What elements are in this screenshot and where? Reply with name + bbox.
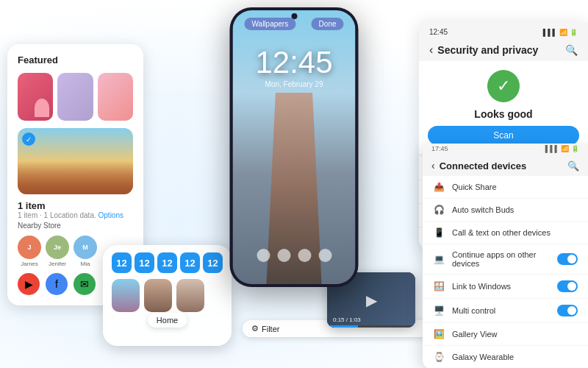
nearby-store: Nearby Store [18,222,133,230]
signal-icon: ▌▌▌ [543,29,557,36]
lock-icon-4 [318,249,331,262]
looks-good-text: Looks good [428,108,579,120]
avatar-mia[interactable]: M [74,236,97,259]
wallpaper-thumb-red[interactable] [18,73,53,121]
num-badge-1[interactable]: 12 [112,252,132,273]
galaxy-wearable-label: Galaxy Wearable [452,353,578,361]
connected-devices-panel: 17:45 ▌▌▌ 📶 🔋 ‹ Connected devices 🔍 📤 Qu… [423,144,588,368]
status-indicators: ▌▌▌ 📶 🔋 [543,29,578,36]
number-badges: 12 12 12 12 12 [112,252,223,273]
calltext-label: Call & text on other devices [452,228,578,237]
avatar-jenifer[interactable]: Je [46,236,69,259]
wifi-icon: 📶 [559,29,567,36]
cd-time-bar: 17:45 ▌▌▌ 📶 🔋 [423,144,588,154]
avatar-group: J James [18,236,41,267]
gallery-view-icon: 🖼️ [433,329,445,339]
continueapps-label: Continue apps on other devices [452,250,550,268]
cd-item-link-windows[interactable]: 🪟 Link to Windows [423,275,588,299]
avatar-group-jenifer: Je Jenifer [46,236,69,267]
phone-shell: Wallpapers Done 12:45 Mon, February 29 [230,7,359,287]
num-badge-3[interactable]: 12 [157,252,177,273]
wallpaper-grid [18,73,133,121]
app-icon-messages[interactable]: ✉ [74,273,96,295]
featured-label: Featured [18,54,133,66]
continueapps-toggle[interactable] [557,253,578,265]
center-phone: Wallpapers Done 12:45 Mon, February 29 [230,7,359,287]
gallery-view-label: Gallery View [452,330,578,339]
face-thumb-3[interactable] [176,279,204,312]
back-arrow-icon[interactable]: ‹ [429,43,433,57]
quickshare-label: Quick Share [452,183,578,191]
face-thumb-2[interactable] [144,279,172,312]
cd-back-icon[interactable]: ‹ [431,160,435,171]
wallpapers-tag[interactable]: Wallpapers [245,18,296,30]
link-windows-icon: 🪟 [433,281,445,291]
autoswitch-icon: 🎧 [433,205,445,215]
wallpaper-thumb-pink[interactable] [98,73,133,121]
lock-icon-3 [298,249,311,262]
battery-icon: 🔋 [570,29,578,36]
clock-display: 12:45 [233,47,356,78]
num-badge-4[interactable]: 12 [180,252,200,273]
settings-search-icon[interactable]: 🔍 [565,44,578,56]
options-link[interactable]: Options [98,211,123,219]
multicontrol-label: Multi control [452,306,550,315]
calltext-icon: 📱 [433,227,445,238]
settings-title-row: ‹ Security and privacy 🔍 [419,40,588,61]
galaxy-wearable-icon: ⌚ [433,352,445,362]
cd-item-quickshare[interactable]: 📤 Quick Share [423,176,588,199]
autoswitch-label: Auto switch Buds [452,205,578,214]
settings-panel-title: Security and privacy [437,44,561,56]
cd-item-calltext[interactable]: 📱 Call & text on other devices [423,222,588,244]
avatar-name-jenifer: Jenifer [46,261,69,267]
num-badge-5[interactable]: 12 [203,252,223,273]
shield-icon: ✓ [487,70,520,102]
cd-items-list: 📤 Quick Share 🎧 Auto switch Buds 📱 Call … [423,176,588,368]
lock-screen-time: 12:45 Mon, February 29 [233,47,356,88]
phone-wallpaper: Wallpapers Done 12:45 Mon, February 29 [233,10,356,284]
multicontrol-icon: 🖥️ [433,305,445,316]
home-button[interactable]: Home [148,313,187,328]
face-thumbnails [112,279,223,312]
settings-time: 12:45 [429,28,448,36]
cd-item-galaxy-wearable[interactable]: ⌚ Galaxy Wearable [423,346,588,368]
link-windows-toggle[interactable] [557,280,578,292]
wallpaper-header: Wallpapers Done [233,18,356,30]
filter-icon: ⚙ [251,324,259,333]
lock-icon-1 [257,249,270,262]
date-display: Mon, February 29 [233,80,356,88]
selection-check: ✓ [22,132,35,146]
avatar-name-james: James [18,261,41,267]
avatar-james[interactable]: J [18,236,41,259]
cd-item-continueapps[interactable]: 💻 Continue apps on other devices [423,244,588,275]
num-badge-2[interactable]: 12 [135,252,154,273]
face-thumb-1[interactable] [112,279,140,312]
cd-search-icon[interactable]: 🔍 [567,160,579,171]
lock-icons [233,249,356,262]
app-icon-google[interactable]: ▶ [18,273,40,295]
gallery-bottom-panel: 12 12 12 12 12 Home [103,245,232,346]
app-icon-facebook[interactable]: f [46,273,68,295]
video-progress-bar [327,325,415,328]
cd-status-icons: ▌▌▌ 📶 🔋 [545,145,579,152]
multicontrol-toggle[interactable] [557,305,578,316]
done-button[interactable]: Done [312,18,344,30]
photo-card-selected[interactable]: ✓ [18,128,133,194]
continueapps-icon: 💻 [433,254,445,264]
link-windows-label: Link to Windows [452,282,550,291]
cd-header: ‹ Connected devices 🔍 [423,154,588,176]
item-count: 1 item [18,200,133,211]
wallpaper-thumb-purple[interactable] [57,73,93,121]
play-icon: ▶ [366,291,377,309]
filter-label: Filter [262,325,279,333]
quickshare-icon: 📤 [433,182,445,192]
phone-screen: Wallpapers Done 12:45 Mon, February 29 [233,10,356,284]
cd-item-multicontrol[interactable]: 🖥️ Multi control [423,299,588,323]
avatar-group-mia: M Mia [74,236,97,267]
item-sub: 1 item · 1 Location data. Options [18,211,133,219]
cd-item-autoswitch[interactable]: 🎧 Auto switch Buds [423,199,588,222]
cd-time: 17:45 [431,145,448,152]
cd-item-gallery-view[interactable]: 🖼️ Gallery View [423,323,588,346]
scan-button[interactable]: Scan [428,126,579,145]
lock-icon-2 [277,249,290,262]
